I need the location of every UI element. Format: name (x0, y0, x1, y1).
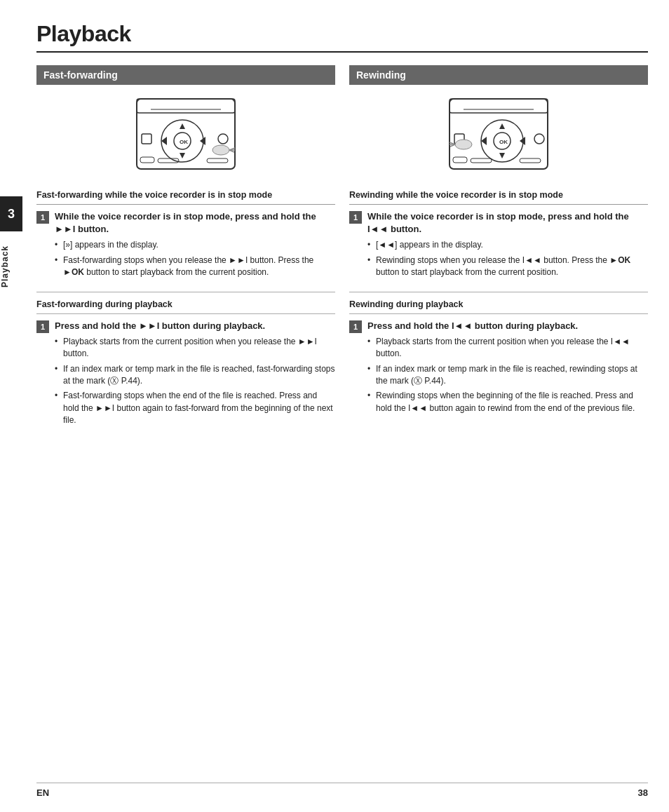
sidebar: 3 Playback (0, 0, 22, 812)
ff-stop-bullets: [»] appears in the display. Fast-forward… (55, 239, 335, 278)
rw-playback-step-main: Press and hold the I◄◄ button during pla… (367, 320, 648, 332)
svg-marker-26 (499, 153, 505, 158)
rw-stop-bullet-1: [◄◄] appears in the display. (367, 239, 648, 251)
ff-playback-bullet-1: Playback starts from the current positio… (55, 336, 335, 360)
rw-playback-title: Rewinding during playback (349, 299, 648, 314)
rw-stop-mode-title: Rewinding while the voice recorder is in… (349, 190, 648, 205)
svg-point-11 (218, 134, 228, 144)
svg-rect-33 (520, 158, 541, 163)
ff-stop-bullet-1: [»] appears in the display. (55, 239, 335, 251)
svg-marker-6 (180, 123, 185, 129)
svg-rect-31 (453, 157, 467, 163)
svg-point-30 (534, 134, 544, 144)
rw-stop-step-main: While the voice recorder is in stop mode… (367, 210, 648, 236)
rw-playback-bullet-1: Playback starts from the current positio… (367, 336, 648, 360)
ff-playback-step: 1 Press and hold the ►►I button during p… (36, 320, 335, 430)
ff-stop-bullet-2: Fast-forwarding stops when you release t… (55, 255, 335, 279)
svg-rect-1 (137, 99, 235, 113)
ff-playback-title: Fast-forwarding during playback (36, 299, 335, 314)
fast-forward-device-svg: OK (116, 95, 256, 180)
rw-stop-bullets: [◄◄] appears in the display. Rewinding s… (367, 239, 648, 278)
ff-playback-bullets: Playback starts from the current positio… (55, 336, 335, 427)
footer-lang: EN (36, 787, 49, 798)
rewind-device-svg: OK (428, 95, 569, 180)
ff-playback-step-main: Press and hold the ►►I button during pla… (55, 320, 335, 332)
svg-rect-10 (142, 134, 151, 144)
svg-rect-14 (207, 158, 228, 163)
ff-stop-step-content: While the voice recorder is in stop mode… (55, 210, 335, 282)
svg-point-15 (212, 145, 229, 155)
ff-playback-step-number: 1 (36, 320, 49, 333)
svg-marker-25 (499, 123, 505, 129)
fast-forward-illustration: OK (36, 92, 335, 183)
page-title: Playback (36, 21, 648, 47)
fast-forward-header: Fast-forwarding (36, 65, 335, 85)
svg-rect-12 (140, 157, 154, 163)
sidebar-chapter-number: 3 (0, 196, 22, 231)
ff-playback-bullet-3: Fast-forwarding stops when the end of th… (55, 390, 335, 426)
ff-playback-bullet-2: If an index mark or temp mark in the fil… (55, 363, 335, 388)
ff-stop-mode-title: Fast-forwarding while the voice recorder… (36, 190, 335, 205)
rw-playback-step-number: 1 (349, 320, 362, 333)
left-column: Fast-forwarding OK (36, 65, 335, 776)
ff-stop-step-main: While the voice recorder is in stop mode… (55, 210, 335, 236)
rw-stop-step: 1 While the voice recorder is in stop mo… (349, 210, 648, 282)
rw-playback-bullet-2: If an index mark or temp mark in the fil… (367, 363, 648, 388)
rw-stop-bullet-2: Rewinding stops when you release the I◄◄… (367, 255, 648, 279)
footer-page-number: 38 (638, 787, 648, 798)
ff-section-divider (36, 292, 335, 292)
ff-playback-step-content: Press and hold the ►►I button during pla… (55, 320, 335, 430)
rw-section-divider (349, 292, 648, 292)
two-col-layout: Fast-forwarding OK (36, 65, 648, 776)
sidebar-chapter-label: Playback (0, 245, 21, 287)
right-column: Rewinding OK (349, 65, 648, 776)
rewind-header: Rewinding (349, 65, 648, 85)
rw-playback-step-content: Press and hold the I◄◄ button during pla… (367, 320, 648, 418)
svg-marker-8 (161, 137, 167, 145)
svg-marker-7 (180, 153, 185, 158)
svg-rect-32 (471, 158, 492, 163)
rw-playback-bullet-3: Rewinding stops when the beginning of th… (367, 390, 648, 414)
rw-playback-step: 1 Press and hold the I◄◄ button during p… (349, 320, 648, 418)
rw-stop-step-content: While the voice recorder is in stop mode… (367, 210, 648, 282)
page-footer: EN 38 (36, 783, 648, 798)
page-wrapper: 3 Playback Playback Fast-forwarding (0, 0, 669, 812)
svg-rect-20 (450, 99, 548, 113)
rewind-illustration: OK (349, 92, 648, 183)
svg-point-34 (455, 140, 472, 149)
rw-stop-step-number: 1 (349, 211, 362, 224)
svg-text:OK: OK (499, 139, 508, 145)
title-divider (36, 51, 648, 53)
svg-marker-27 (481, 137, 487, 145)
main-content: Playback Fast-forwarding (22, 0, 669, 812)
svg-text:OK: OK (180, 139, 188, 145)
ff-stop-step: 1 While the voice recorder is in stop mo… (36, 210, 335, 282)
ff-stop-step-number: 1 (36, 211, 49, 224)
rw-playback-bullets: Playback starts from the current positio… (367, 336, 648, 414)
